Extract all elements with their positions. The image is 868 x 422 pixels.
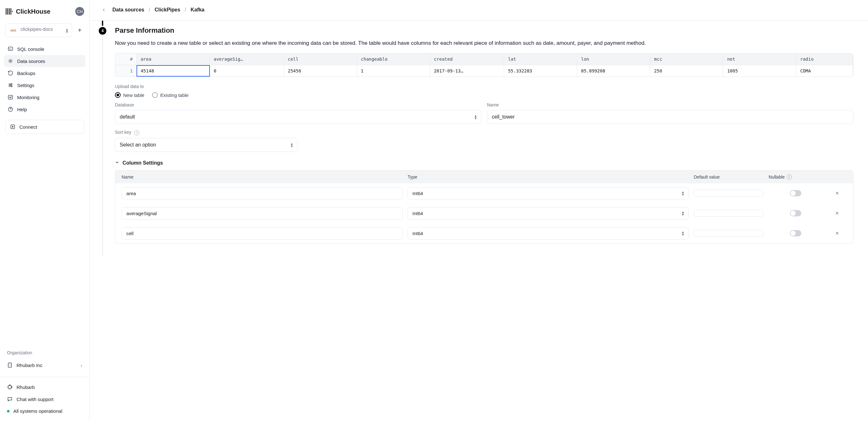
col-header[interactable]: lat	[504, 53, 577, 65]
radio-icon	[115, 92, 121, 98]
nullable-toggle[interactable]	[790, 210, 801, 217]
aws-icon: aws	[9, 28, 18, 33]
cell[interactable]: 25456	[284, 65, 357, 77]
column-type-select[interactable]: Int64 ▴▾	[408, 207, 689, 220]
delete-column-button[interactable]: ✕	[834, 210, 841, 217]
crumb-kafka[interactable]: Kafka	[190, 7, 205, 13]
svg-rect-1	[7, 8, 8, 15]
column-row: averageSignal Int64 ▴▾ ✕	[115, 203, 853, 223]
column-default-input[interactable]	[694, 230, 764, 237]
cell[interactable]: 1005	[723, 65, 796, 77]
info-icon[interactable]: i	[787, 174, 792, 179]
delete-column-button[interactable]: ✕	[834, 230, 841, 237]
status-text: All systems operational	[13, 408, 62, 414]
crumb-data-sources[interactable]: Data sources	[113, 7, 145, 13]
add-workspace-button[interactable]: +	[75, 26, 84, 35]
cell[interactable]: 55.332283	[504, 65, 577, 77]
column-row: cell Int64 ▴▾ ✕	[115, 223, 853, 244]
puzzle-icon	[7, 384, 13, 390]
clickhouse-logo-icon	[6, 8, 13, 15]
svg-point-6	[10, 60, 11, 62]
col-header[interactable]: net	[723, 53, 796, 65]
timeline-progress	[102, 21, 103, 26]
breadcrumb-bar: Data sources / ClickPipes / Kafka	[90, 0, 868, 21]
svg-rect-13	[8, 363, 12, 367]
radio-icon	[152, 92, 158, 98]
column-type-select[interactable]: Int64 ▴▾	[408, 187, 689, 200]
radio-new-table[interactable]: New table	[115, 92, 145, 98]
avatar[interactable]: CH	[75, 7, 84, 16]
chat-icon	[7, 396, 13, 402]
terminal-icon	[8, 46, 13, 52]
col-header[interactable]: averageSig…	[210, 53, 284, 65]
column-name-input[interactable]: averageSignal	[122, 207, 403, 220]
column-type-select[interactable]: Int64 ▴▾	[408, 227, 689, 240]
cs-header-type: Type	[408, 174, 689, 179]
sortkey-select[interactable]: Select an option ▴▾	[115, 138, 298, 152]
col-header[interactable]: changeable	[357, 53, 430, 65]
column-row: area Int64 ▴▾ ✕	[115, 184, 853, 203]
brand-row: ClickHouse CH	[0, 5, 89, 20]
brand-name: ClickHouse	[16, 8, 51, 15]
col-header[interactable]: radio	[796, 53, 853, 65]
footer-label: Chat with support	[17, 397, 54, 402]
help-icon	[8, 107, 13, 112]
org-selector[interactable]: Rhubarb Inc ›	[5, 359, 84, 371]
chevron-down-icon	[115, 160, 119, 166]
cell[interactable]: 250	[650, 65, 723, 77]
upload-label: Upload data to	[115, 84, 854, 89]
timeline-line	[102, 21, 103, 256]
svg-rect-0	[6, 8, 7, 15]
cell[interactable]: 2017-09-13…	[430, 65, 504, 77]
cell[interactable]: 85.899208	[577, 65, 650, 77]
org-name: Rhubarb Inc	[17, 363, 42, 368]
svg-rect-5	[8, 47, 13, 51]
delete-column-button[interactable]: ✕	[834, 190, 841, 197]
nav-help[interactable]: Help	[4, 103, 85, 115]
nav-label: Settings	[17, 83, 34, 88]
cell[interactable]: 0	[210, 65, 284, 77]
nav-settings[interactable]: Settings	[4, 79, 85, 91]
nav-backups[interactable]: Backups	[4, 67, 85, 79]
crumb-clickpipes[interactable]: ClickPipes	[155, 7, 180, 13]
col-header[interactable]: area	[136, 53, 210, 65]
backups-icon	[8, 70, 13, 76]
col-header[interactable]: lon	[577, 53, 650, 65]
chevron-updown-icon: ▴▾	[682, 231, 684, 236]
nav-data-sources[interactable]: Data sources	[4, 55, 85, 67]
back-button[interactable]	[100, 6, 107, 13]
nav-sql-console[interactable]: SQL console	[4, 43, 85, 55]
cell[interactable]: 1	[357, 65, 430, 77]
footer-chat-support[interactable]: Chat with support	[5, 393, 84, 405]
col-header[interactable]: created	[430, 53, 504, 65]
row-index: 1	[115, 65, 136, 77]
svg-rect-2	[9, 8, 10, 15]
col-header[interactable]: mcc	[650, 53, 723, 65]
nav-monitoring[interactable]: Monitoring	[4, 91, 85, 103]
connect-button[interactable]: Connect	[5, 120, 84, 134]
status-dot-icon	[7, 410, 9, 413]
col-header[interactable]: cell	[284, 53, 357, 65]
column-settings-toggle[interactable]: Column Settings	[115, 160, 854, 166]
table-name-input[interactable]: cell_tower	[487, 110, 854, 124]
footer-rhubarb[interactable]: Rhubarb	[5, 381, 84, 393]
workspace-selector[interactable]: aws clickpipes-docs ▴▾	[5, 24, 72, 37]
column-name-input[interactable]: area	[122, 187, 403, 200]
nullable-toggle[interactable]	[790, 230, 801, 236]
column-default-input[interactable]	[694, 190, 764, 197]
workspace-name: clickpipes-docs	[21, 26, 63, 32]
nav-label: SQL console	[17, 47, 44, 52]
nav: SQL console Data sources Backups Setting…	[0, 43, 89, 115]
footer-status[interactable]: All systems operational	[5, 405, 84, 417]
chevron-updown-icon: ▴▾	[475, 114, 476, 119]
nullable-toggle[interactable]	[790, 190, 801, 196]
column-default-input[interactable]	[694, 210, 764, 217]
radio-existing-table[interactable]: Existing table	[152, 92, 189, 98]
cs-header-default: Default value	[694, 174, 764, 179]
info-icon[interactable]: i	[134, 130, 140, 135]
cell[interactable]: 45148	[136, 65, 210, 77]
database-select[interactable]: default ▴▾	[115, 110, 481, 124]
cell[interactable]: CDMA	[796, 65, 853, 77]
column-name-input[interactable]: cell	[122, 227, 403, 240]
preview-data-row: 1 45148 0 25456 1 2017-09-13… 55.332283 …	[115, 65, 853, 77]
